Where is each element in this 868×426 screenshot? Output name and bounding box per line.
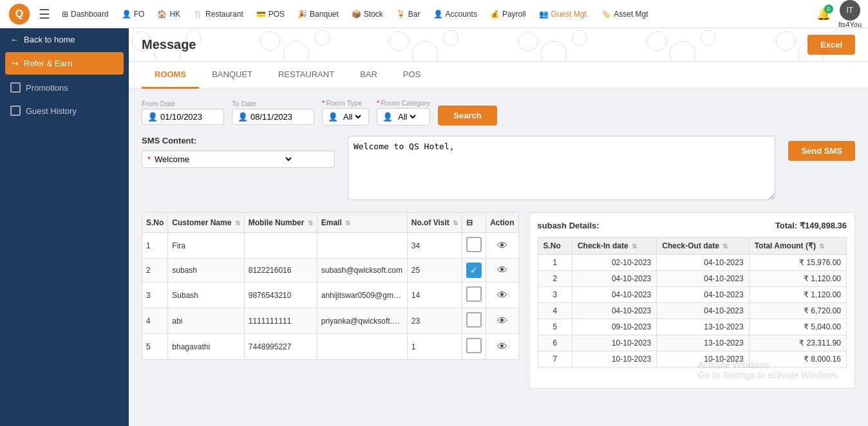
detail-checkin: 09-10-2023 — [572, 319, 656, 335]
from-date-field: From Date 👤 — [142, 100, 224, 125]
guestmgt-icon: 👥 — [539, 10, 549, 19]
cell-checkbox[interactable] — [462, 334, 486, 360]
tab-restaurant[interactable]: RESTAURANT — [265, 62, 347, 89]
tab-banquet[interactable]: BANQUET — [199, 62, 265, 89]
row-checkbox-1[interactable] — [466, 263, 482, 278]
col-action: Action — [486, 213, 518, 233]
cell-checkbox[interactable] — [462, 282, 486, 308]
room-category-select[interactable]: All — [395, 111, 418, 122]
room-type-select[interactable]: All — [341, 111, 363, 122]
room-category-field: *Room Category 👤 All — [377, 99, 430, 125]
main-header: Message Excel — [129, 28, 868, 62]
detail-checkin: 04-10-2023 — [572, 271, 656, 287]
excel-button[interactable]: Excel — [807, 35, 855, 55]
from-date-input[interactable] — [160, 112, 218, 122]
send-sms-button[interactable]: Send SMS — [788, 141, 855, 161]
table-row: 1 Fira 34 👁 — [142, 233, 519, 259]
tab-content: From Date 👤 To Date 👤 *Room Type 👤 — [129, 89, 868, 399]
sidebar-item-promotions[interactable]: Promotions — [0, 76, 129, 99]
view-button-3[interactable]: 👁 — [497, 315, 507, 327]
from-date-label: From Date — [142, 100, 224, 107]
nav-fo[interactable]: 👤 FO — [117, 7, 150, 21]
detail-sno: 7 — [538, 351, 572, 367]
tab-pos[interactable]: POS — [390, 62, 433, 89]
cell-email — [317, 233, 407, 259]
payroll-icon: 💰 — [490, 10, 500, 19]
nav-guestmgt[interactable]: 👥 Guest Mgt. — [534, 7, 594, 21]
cell-name: Subash — [168, 282, 244, 308]
cell-sno: 3 — [142, 282, 168, 308]
bar-icon: 🍹 — [396, 10, 406, 19]
detail-col-checkout: Check-Out date ⇅ — [657, 237, 749, 255]
view-button-1[interactable]: 👁 — [497, 264, 507, 276]
detail-amount: ₹ 1,120.00 — [749, 287, 846, 303]
nav-assetmgt[interactable]: 🏷️ Asset Mgt — [596, 7, 653, 21]
nav-stock[interactable]: 📦 Stock — [346, 7, 388, 21]
col-check: ⊟ — [462, 213, 486, 233]
detail-checkin: 10-10-2023 — [572, 351, 656, 367]
detail-amount: ₹ 5,040.00 — [749, 319, 846, 335]
to-date-field: To Date 👤 — [232, 100, 314, 125]
col-mobile: Mobile Number ⇅ — [244, 213, 317, 233]
nav-accounts[interactable]: 👤 Accounts — [428, 7, 482, 21]
detail-row: 6 10-10-2023 13-10-2023 ₹ 23,311.90 — [538, 335, 846, 351]
app-logo: Q — [6, 1, 32, 27]
refer-icon: ↪ — [12, 59, 19, 68]
nav-payroll[interactable]: 💰 Payroll — [485, 7, 531, 21]
sms-textarea[interactable]: Welcome to QS Hotel, — [348, 136, 775, 200]
detail-checkout: 04-10-2023 — [657, 255, 749, 271]
cell-checkbox[interactable] — [462, 233, 486, 259]
dashboard-icon: ⊞ — [62, 10, 68, 19]
hamburger-icon[interactable]: ☰ — [39, 6, 50, 22]
sms-template-select[interactable]: Welcome — [152, 154, 294, 165]
nav-dashboard[interactable]: ⊞ Dashboard — [57, 7, 114, 21]
person-icon-from: 👤 — [147, 112, 158, 122]
to-date-label: To Date — [232, 100, 314, 107]
nav-hk[interactable]: 🏠 HK — [152, 7, 185, 21]
nav-banquet[interactable]: 🎉 Banquet — [292, 7, 344, 21]
detail-checkout: 13-10-2023 — [657, 319, 749, 335]
to-date-input[interactable] — [250, 112, 308, 122]
sidebar-item-refer-earn[interactable]: ↪ Refer & Earn — [5, 52, 124, 75]
detail-checkin: 10-10-2023 — [572, 335, 656, 351]
cell-name: abi — [168, 308, 244, 334]
cell-visits: 23 — [407, 308, 462, 334]
nav-pos[interactable]: 💳 POS — [251, 7, 290, 21]
row-checkbox-4[interactable] — [466, 338, 482, 353]
view-button-2[interactable]: 👁 — [497, 290, 507, 301]
cell-checkbox[interactable] — [462, 308, 486, 334]
user-avatar[interactable]: IT — [840, 0, 860, 21]
cell-action: 👁 — [486, 308, 518, 334]
cell-email: priyanka@qwicksoft.com — [317, 308, 407, 334]
notification-bell[interactable]: 🔔 0 — [816, 7, 831, 21]
person-icon-cat: 👤 — [382, 112, 393, 122]
row-checkbox-0[interactable] — [466, 237, 482, 252]
cell-mobile: 8122216016 — [244, 259, 317, 282]
row-checkbox-2[interactable] — [466, 286, 482, 302]
customer-table: S.No Customer Name ⇅ Mobile Number ⇅ Ema… — [142, 212, 519, 360]
checkbox-history-icon — [10, 106, 21, 116]
tab-bar[interactable]: BAR — [347, 62, 390, 89]
cell-name: Fira — [168, 233, 244, 259]
detail-sno: 5 — [538, 319, 572, 335]
search-button[interactable]: Search — [438, 106, 496, 125]
checkbox-promotions-icon — [10, 82, 21, 93]
table-row: 5 bhagavathi 7448995227 1 👁 — [142, 334, 519, 360]
filter-row: From Date 👤 To Date 👤 *Room Type 👤 — [142, 99, 855, 125]
nav-restaurant[interactable]: 🍴 Restaurant — [188, 7, 249, 21]
detail-row: 3 04-10-2023 04-10-2023 ₹ 1,120.00 — [538, 287, 846, 303]
sms-row: SMS Content: * Welcome Welcome to QS Hot… — [142, 136, 855, 202]
back-to-home[interactable]: ← Back to home — [0, 28, 129, 51]
view-button-4[interactable]: 👁 — [497, 341, 507, 353]
cell-action: 👁 — [486, 334, 518, 360]
cell-email — [317, 334, 407, 360]
tab-rooms[interactable]: ROOMS — [142, 62, 199, 89]
sidebar-item-guest-history[interactable]: Guest History — [0, 99, 129, 122]
detail-sno: 6 — [538, 335, 572, 351]
nav-bar[interactable]: 🍹 Bar — [391, 7, 426, 21]
row-checkbox-3[interactable] — [466, 312, 482, 328]
view-button-0[interactable]: 👁 — [497, 240, 507, 252]
person-icon-type: 👤 — [328, 112, 338, 122]
cell-sno: 5 — [142, 334, 168, 360]
cell-checkbox[interactable] — [462, 259, 486, 282]
